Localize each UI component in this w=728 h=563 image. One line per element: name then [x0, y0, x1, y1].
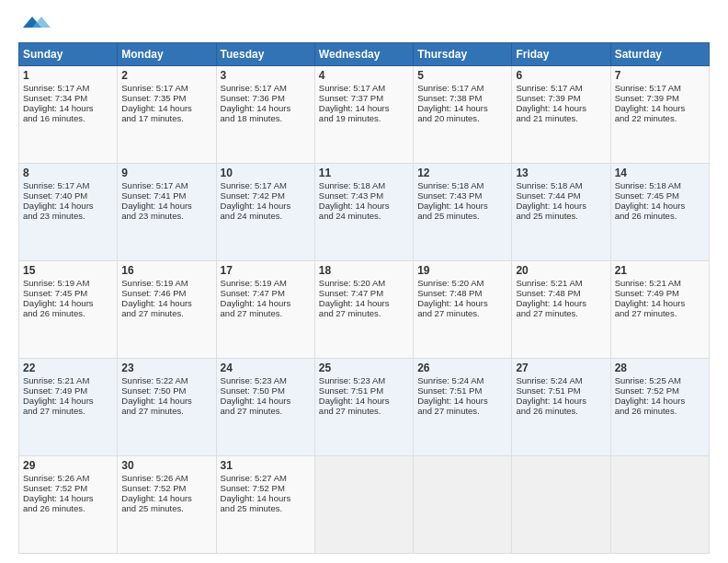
table-row: 9Sunrise: 5:17 AMSunset: 7:41 PMDaylight…: [118, 164, 216, 261]
day-number: 21: [615, 264, 705, 277]
page: Sunday Monday Tuesday Wednesday Thursday…: [0, 0, 728, 563]
day-info: Sunrise: 5:17 AM: [319, 83, 409, 93]
day-info: and 17 minutes.: [121, 113, 211, 123]
day-info: and 23 minutes.: [121, 211, 211, 221]
day-number: 2: [121, 69, 211, 82]
day-info: Sunset: 7:51 PM: [319, 385, 409, 396]
day-number: 8: [23, 167, 113, 179]
table-row: 31Sunrise: 5:27 AMSunset: 7:52 PMDayligh…: [216, 456, 314, 554]
day-info: Sunset: 7:52 PM: [615, 385, 705, 396]
day-info: Sunrise: 5:18 AM: [516, 180, 606, 190]
day-info: and 27 minutes.: [121, 406, 211, 416]
day-number: 11: [319, 167, 409, 179]
day-info: and 24 minutes.: [221, 211, 311, 221]
day-number: 28: [615, 362, 705, 374]
day-info: Sunset: 7:52 PM: [23, 483, 113, 493]
day-info: Sunrise: 5:17 AM: [221, 180, 311, 190]
day-info: Daylight: 14 hours: [23, 201, 113, 211]
day-info: Daylight: 14 hours: [23, 298, 113, 308]
day-info: Sunset: 7:41 PM: [121, 190, 211, 201]
day-info: Sunset: 7:35 PM: [121, 93, 211, 103]
day-info: and 16 minutes.: [23, 113, 113, 123]
day-number: 23: [121, 362, 211, 374]
day-info: Sunset: 7:50 PM: [121, 385, 211, 396]
day-info: Sunrise: 5:20 AM: [417, 278, 507, 288]
day-number: 27: [516, 362, 606, 374]
day-info: Daylight: 14 hours: [417, 201, 507, 211]
day-info: Daylight: 14 hours: [121, 298, 211, 308]
day-info: Daylight: 14 hours: [121, 493, 211, 503]
day-info: and 27 minutes.: [516, 308, 606, 318]
day-number: 10: [221, 167, 311, 179]
day-info: Daylight: 14 hours: [417, 396, 507, 406]
day-info: Daylight: 14 hours: [221, 103, 311, 113]
table-row: 29Sunrise: 5:26 AMSunset: 7:52 PMDayligh…: [19, 456, 118, 554]
day-info: Sunrise: 5:17 AM: [121, 83, 211, 93]
day-info: Daylight: 14 hours: [23, 396, 113, 406]
table-row: 28Sunrise: 5:25 AMSunset: 7:52 PMDayligh…: [610, 359, 709, 456]
day-info: Daylight: 14 hours: [516, 201, 606, 211]
day-info: Daylight: 14 hours: [615, 103, 705, 113]
day-info: Sunrise: 5:18 AM: [417, 180, 507, 190]
day-info: Sunset: 7:40 PM: [23, 190, 113, 201]
day-info: Sunrise: 5:17 AM: [23, 83, 113, 93]
day-info: and 27 minutes.: [417, 406, 507, 416]
col-saturday: Saturday: [610, 43, 709, 66]
table-row: [512, 456, 610, 554]
day-info: and 27 minutes.: [121, 308, 211, 318]
day-info: Daylight: 14 hours: [417, 103, 507, 113]
table-row: 6Sunrise: 5:17 AMSunset: 7:39 PMDaylight…: [512, 66, 610, 164]
day-info: Sunrise: 5:26 AM: [121, 473, 211, 483]
day-number: 31: [221, 459, 311, 472]
table-row: 25Sunrise: 5:23 AMSunset: 7:51 PMDayligh…: [314, 359, 413, 456]
day-info: Sunrise: 5:17 AM: [221, 83, 311, 93]
table-row: 26Sunrise: 5:24 AMSunset: 7:51 PMDayligh…: [414, 359, 512, 456]
table-row: 23Sunrise: 5:22 AMSunset: 7:50 PMDayligh…: [118, 359, 216, 456]
col-thursday: Thursday: [414, 43, 512, 66]
day-info: Daylight: 14 hours: [615, 201, 705, 211]
col-friday: Friday: [512, 43, 610, 66]
day-info: Sunrise: 5:21 AM: [23, 375, 113, 385]
day-info: Sunset: 7:48 PM: [516, 288, 606, 298]
day-info: Sunrise: 5:17 AM: [417, 83, 507, 93]
day-info: Sunrise: 5:20 AM: [319, 278, 409, 288]
calendar-week-row: 22Sunrise: 5:21 AMSunset: 7:49 PMDayligh…: [19, 359, 710, 456]
calendar-week-row: 29Sunrise: 5:26 AMSunset: 7:52 PMDayligh…: [19, 456, 710, 554]
day-number: 1: [23, 69, 113, 82]
day-info: Daylight: 14 hours: [516, 298, 606, 308]
day-info: Sunset: 7:47 PM: [319, 288, 409, 298]
table-row: [610, 456, 709, 554]
day-info: Sunrise: 5:25 AM: [615, 375, 705, 385]
day-info: Daylight: 14 hours: [615, 396, 705, 406]
day-info: Sunrise: 5:23 AM: [221, 375, 311, 385]
day-info: Sunrise: 5:27 AM: [221, 473, 311, 483]
day-info: and 25 minutes.: [221, 503, 311, 513]
day-number: 6: [516, 69, 606, 82]
table-row: [314, 456, 413, 554]
table-row: 21Sunrise: 5:21 AMSunset: 7:49 PMDayligh…: [610, 261, 709, 359]
day-info: and 26 minutes.: [23, 308, 113, 318]
day-number: 16: [121, 264, 211, 277]
day-info: and 18 minutes.: [221, 113, 311, 123]
table-row: 20Sunrise: 5:21 AMSunset: 7:48 PMDayligh…: [512, 261, 610, 359]
day-info: Daylight: 14 hours: [221, 201, 311, 211]
table-row: 18Sunrise: 5:20 AMSunset: 7:47 PMDayligh…: [314, 261, 413, 359]
day-info: Sunrise: 5:19 AM: [221, 278, 311, 288]
day-info: Sunset: 7:37 PM: [319, 93, 409, 103]
day-info: Daylight: 14 hours: [121, 396, 211, 406]
table-row: 10Sunrise: 5:17 AMSunset: 7:42 PMDayligh…: [216, 164, 314, 261]
table-row: 7Sunrise: 5:17 AMSunset: 7:39 PMDaylight…: [610, 66, 709, 164]
table-row: 16Sunrise: 5:19 AMSunset: 7:46 PMDayligh…: [118, 261, 216, 359]
table-row: 11Sunrise: 5:18 AMSunset: 7:43 PMDayligh…: [314, 164, 413, 261]
table-row: 8Sunrise: 5:17 AMSunset: 7:40 PMDaylight…: [19, 164, 118, 261]
day-info: Sunset: 7:52 PM: [221, 483, 311, 493]
day-info: and 27 minutes.: [319, 308, 409, 318]
day-number: 25: [319, 362, 409, 374]
day-info: Sunrise: 5:18 AM: [319, 180, 409, 190]
day-info: Sunset: 7:46 PM: [121, 288, 211, 298]
header: [18, 15, 710, 35]
day-info: Sunset: 7:48 PM: [417, 288, 507, 298]
day-info: Sunrise: 5:24 AM: [516, 375, 606, 385]
day-info: and 27 minutes.: [23, 406, 113, 416]
day-number: 3: [221, 69, 311, 82]
